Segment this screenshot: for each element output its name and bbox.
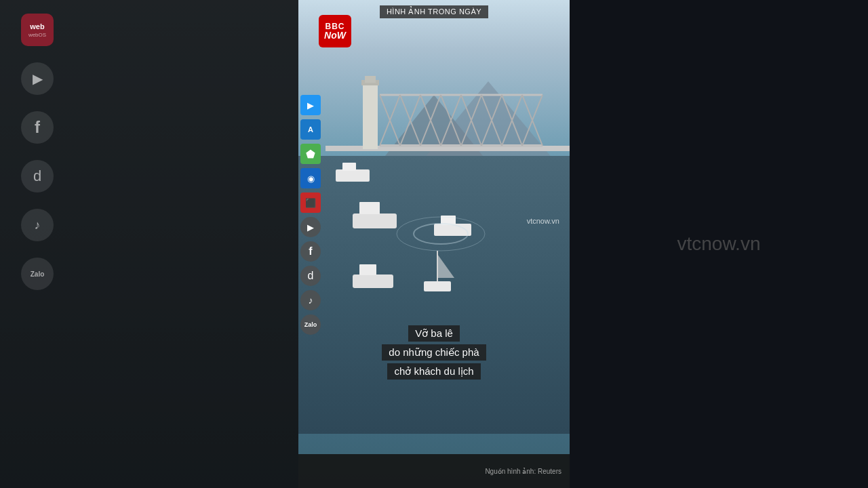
svg-rect-30: [353, 274, 393, 288]
red-app-icon[interactable]: ⬛: [300, 192, 321, 213]
subtitle-line-3: chở khách du lịch: [387, 363, 480, 380]
android-icon[interactable]: ⬟: [300, 144, 321, 164]
svg-rect-24: [336, 169, 370, 182]
svg-marker-34: [437, 254, 454, 278]
subtitle-line-1: Vỡ ba lê: [408, 325, 460, 342]
appstore-icon[interactable]: A: [300, 119, 321, 140]
zalo-icon-os[interactable]: Zalo: [21, 258, 54, 290]
subtitle-line-2: do những chiếc phà: [382, 344, 486, 361]
vtcnow-watermark-right: vtcnow.vn: [677, 233, 761, 255]
webos-icon[interactable]: web webOS: [21, 14, 54, 46]
os-sidebar: web webOS ▶ f d ♪ Zalo: [17, 0, 58, 488]
play-app-icon[interactable]: ▶: [300, 95, 321, 115]
svg-rect-26: [353, 214, 397, 228]
bottom-bar: Nguồn hình ảnh: Reuters: [298, 454, 570, 488]
tiktok-icon-os[interactable]: ♪: [21, 209, 54, 241]
svg-rect-5: [365, 76, 376, 83]
zalo-icon[interactable]: Zalo: [300, 314, 321, 335]
facebook-icon[interactable]: f: [300, 241, 321, 262]
tiktok-icon[interactable]: ♪: [300, 290, 321, 310]
video-watermark: vtcnow.vn: [527, 217, 559, 225]
svg-rect-27: [359, 202, 380, 214]
svg-rect-3: [363, 81, 378, 149]
category-label: HÌNH ẢNH TRONG NGÀY: [380, 5, 488, 18]
blue-app-icon[interactable]: ◉: [300, 168, 321, 188]
dailymotion-icon-os[interactable]: d: [21, 160, 54, 192]
dailymotion-icon[interactable]: d: [300, 266, 321, 286]
play-icon-os[interactable]: ▶: [21, 62, 54, 95]
app-sidebar: ▶ A ⬟ ◉ ⬛ ▶ f d ♪ Zalo: [298, 95, 323, 335]
now-text: NoW: [324, 30, 346, 40]
play2-icon[interactable]: ▶: [300, 217, 321, 237]
bbc-logo[interactable]: BBC NoW: [319, 15, 351, 47]
webos-label: webOS: [28, 32, 46, 38]
water-area: [298, 156, 570, 434]
main-video-panel: HÌNH ẢNH TRONG NGÀY BBC NoW vtcnow.vn Vỡ…: [298, 0, 570, 488]
subtitles-container: Vỡ ba lê do những chiếc phà chở khách du…: [298, 325, 570, 380]
background-right: vtcnow.vn: [570, 0, 868, 488]
svg-rect-32: [424, 281, 451, 291]
svg-rect-25: [342, 163, 356, 171]
svg-rect-31: [359, 264, 376, 275]
facebook-icon-os[interactable]: f: [21, 111, 54, 144]
source-label: Nguồn hình ảnh: Reuters: [485, 468, 561, 475]
